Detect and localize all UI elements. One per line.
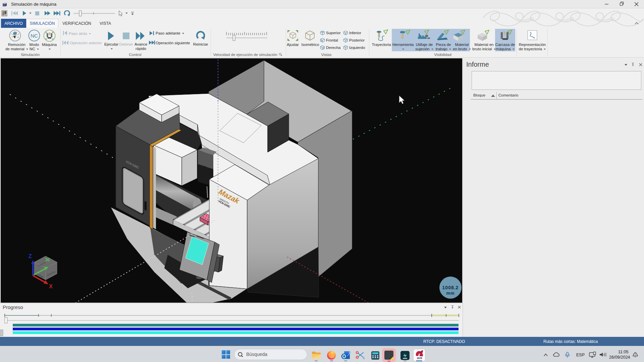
svg-text:1008.2: 1008.2 <box>442 285 459 290</box>
svg-text:X: X <box>49 284 53 289</box>
svg-text:z: z <box>635 353 636 355</box>
svg-text:mm: mm <box>446 291 454 296</box>
svg-text:NC: NC <box>31 33 38 39</box>
svg-text:ESP: ESP <box>576 353 585 357</box>
svg-text:Z: Z <box>29 253 32 259</box>
svg-text:2025: 2025 <box>417 357 422 359</box>
